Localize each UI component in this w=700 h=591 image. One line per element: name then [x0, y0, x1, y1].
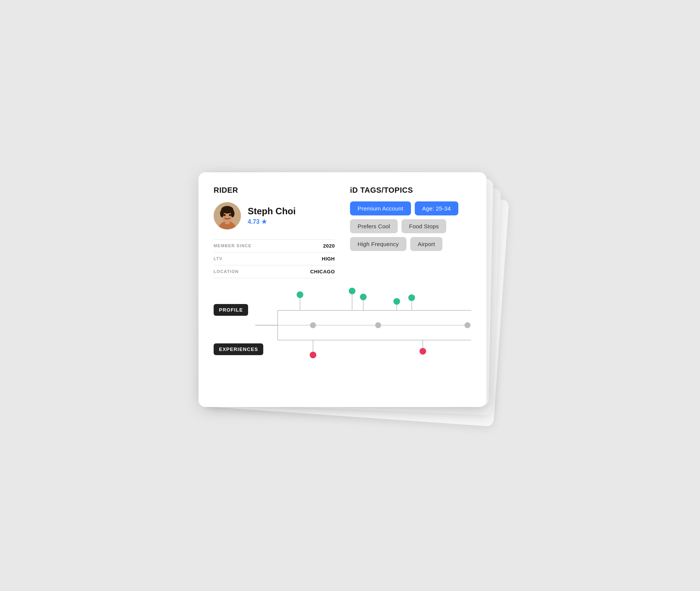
svg-point-21 — [375, 322, 381, 328]
tag-2-1: Airport — [410, 237, 443, 251]
rider-name: Steph Choi — [248, 206, 296, 217]
detail-label: LTV — [214, 256, 223, 261]
svg-point-17 — [394, 298, 400, 305]
star-icon: ★ — [261, 218, 267, 225]
avatar — [214, 202, 241, 229]
svg-point-13 — [349, 287, 356, 294]
detail-row: LOCATION CHICAGO — [214, 265, 335, 278]
detail-label: LOCATION — [214, 269, 239, 274]
tags-row-2: High FrequencyAirport — [350, 237, 471, 251]
svg-point-6 — [231, 210, 234, 217]
tags-row-0: Premium AccountAge: 25-34 — [350, 201, 471, 215]
svg-point-5 — [220, 210, 224, 217]
tag-0-1: Age: 25-34 — [415, 201, 458, 215]
svg-point-26 — [419, 348, 426, 354]
tags-row-1: Prefers CoolFood Stops — [350, 219, 471, 233]
rider-section-title: RIDER — [214, 186, 335, 195]
rider-details: MEMBER SINCE 2020 LTV HIGH LOCATION CHIC… — [214, 239, 335, 278]
rider-rating: 4.73 ★ — [248, 218, 296, 225]
detail-value: CHICAGO — [310, 269, 335, 274]
tag-0-0: Premium Account — [350, 201, 411, 215]
svg-point-20 — [310, 322, 316, 328]
label-profile: PROFILE — [214, 304, 248, 316]
detail-label: MEMBER SINCE — [214, 243, 252, 248]
timeline-section: PROFILE EXPERIENCES — [214, 287, 471, 363]
svg-point-15 — [360, 293, 367, 300]
svg-point-19 — [408, 294, 415, 301]
svg-point-24 — [309, 351, 316, 358]
detail-value: 2020 — [323, 243, 335, 249]
rider-info: Steph Choi 4.73 ★ — [214, 202, 335, 229]
main-card: RIDER — [198, 172, 486, 407]
timeline-chart — [255, 287, 471, 363]
detail-row: LTV HIGH — [214, 253, 335, 265]
rider-name-block: Steph Choi 4.73 ★ — [248, 206, 296, 226]
tag-1-1: Food Stops — [402, 219, 447, 233]
detail-value: HIGH — [322, 256, 335, 262]
rating-value: 4.73 — [248, 218, 259, 225]
svg-point-11 — [297, 291, 303, 298]
detail-row: MEMBER SINCE 2020 — [214, 240, 335, 253]
tags-grid: Premium AccountAge: 25-34Prefers CoolFoo… — [350, 201, 471, 251]
svg-point-7 — [224, 214, 226, 216]
svg-point-8 — [229, 214, 231, 216]
svg-point-22 — [464, 322, 470, 328]
tag-1-0: Prefers Cool — [350, 219, 398, 233]
tag-2-0: High Frequency — [350, 237, 406, 251]
tags-section-title: iD TAGS/TOPICS — [350, 186, 471, 195]
